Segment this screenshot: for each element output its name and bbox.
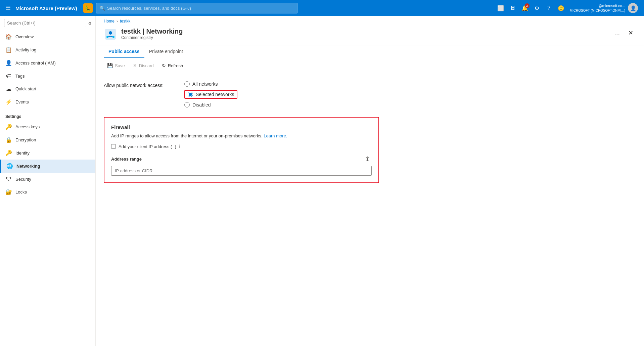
page-subtitle: Container registry [121,35,607,40]
breadcrumb-separator: › [117,19,118,24]
encryption-icon: 🔒 [5,137,12,143]
more-options-btn[interactable]: ... [611,28,623,38]
refresh-icon: ↻ [162,63,166,68]
radio-all-networks-input[interactable] [184,81,190,87]
close-btn[interactable]: ✕ [625,28,636,38]
tags-icon: 🏷 [5,73,12,79]
selected-networks-box: Selected networks [184,90,237,99]
page-header-actions: ... ✕ [611,28,636,38]
identity-icon: 🔑 [5,150,12,156]
user-text: @microsoft.co... MICROSOFT (MICROSOFT.ON… [570,3,625,12]
networking-icon: 🌐 [6,163,13,169]
access-control-icon: 👤 [5,60,12,66]
sidebar-item-access-control[interactable]: 👤 Access control (IAM) [0,56,95,70]
resource-icon [104,28,117,41]
page-header-text: testkk | Networking Container registry [121,28,607,40]
search-bar[interactable]: 🔍 [96,3,297,13]
top-nav: ☰ Microsoft Azure (Preview) 🐛 🔍 ⬜ 🖥 🔔 2 … [0,0,644,16]
client-ip-checkbox[interactable] [111,144,116,149]
tab-public-access[interactable]: Public access [104,45,144,58]
tab-bar: Public access Private endpoint [96,45,644,58]
main-layout: « 🏠 Overview 📋 Activity log 👤 Access con… [0,16,644,346]
sidebar-item-tags[interactable]: 🏷 Tags [0,70,95,82]
encryption-label: Encryption [15,137,36,142]
avatar[interactable]: 👤 [628,3,638,13]
overview-icon: 🏠 [5,34,12,40]
networking-label: Networking [16,164,40,169]
firewall-description: Add IP ranges to allow access from the i… [111,133,372,138]
main-content: Allow public network access: All network… [96,73,644,346]
cidr-input[interactable] [111,166,372,176]
radio-all-networks-label: All networks [192,81,218,87]
radio-disabled[interactable]: Disabled [184,102,237,107]
radio-disabled-input[interactable] [184,102,190,107]
tags-label: Tags [15,74,25,79]
save-label: Save [115,63,125,68]
settings-section-header: Settings [0,110,95,120]
refresh-button[interactable]: ↻ Refresh [158,61,187,70]
page-title: testkk | Networking [121,28,607,35]
discard-icon: ✕ [133,63,137,68]
user-tenant: MICROSOFT (MICROSOFT.ONMI...) [570,8,625,13]
user-email: @microsoft.co... [570,3,625,8]
network-access-row: Allow public network access: All network… [104,81,636,107]
radio-all-networks[interactable]: All networks [184,81,237,87]
bug-icon[interactable]: 🐛 [83,3,93,13]
sidebar-item-security[interactable]: 🛡 Security [0,173,95,185]
sidebar-search-input[interactable] [4,19,86,27]
user-info[interactable]: @microsoft.co... MICROSOFT (MICROSOFT.ON… [568,3,640,13]
overview-label: Overview [15,34,34,39]
collapse-sidebar-btn[interactable]: « [88,20,91,26]
sidebar-item-events[interactable]: ⚡ Events [0,95,95,109]
address-range-header: Address range 🗑 [111,155,372,163]
breadcrumb: Home › testkk [96,16,644,26]
radio-selected-networks-input[interactable] [188,92,193,97]
address-range-label: Address range [111,157,142,162]
client-ip-row: Add your client IP address ( ) ℹ [111,144,372,149]
security-label: Security [15,177,31,182]
toolbar: 💾 Save ✕ Discard ↻ Refresh [96,58,644,73]
sidebar-item-locks[interactable]: 🔐 Locks [0,185,95,199]
tab-private-endpoint[interactable]: Private endpoint [144,45,188,58]
info-icon[interactable]: ℹ [179,144,181,149]
svg-point-2 [106,36,108,38]
quick-start-label: Quick start [15,86,36,91]
sidebar-item-networking[interactable]: 🌐 Networking [0,160,95,173]
radio-disabled-label: Disabled [192,102,211,107]
portal-icon-btn[interactable]: ⬜ [495,3,506,13]
hamburger-icon[interactable]: ☰ [4,3,12,13]
discard-label: Discard [139,63,154,68]
brand-name: Microsoft Azure (Preview) [15,5,77,11]
search-input[interactable] [107,6,294,11]
locks-icon: 🔐 [5,189,12,195]
access-keys-label: Access keys [15,124,40,129]
sidebar: « 🏠 Overview 📋 Activity log 👤 Access con… [0,16,96,346]
sidebar-item-identity[interactable]: 🔑 Identity [0,146,95,160]
sidebar-item-overview[interactable]: 🏠 Overview [0,30,95,43]
breadcrumb-resource[interactable]: testkk [120,19,130,24]
feedback-btn[interactable]: 🙂 [556,3,566,13]
discard-button[interactable]: ✕ Discard [130,61,157,70]
page-header: testkk | Networking Container registry .… [96,26,644,45]
notification-badge: 2 [525,3,530,8]
identity-label: Identity [15,150,30,156]
cloud-shell-btn[interactable]: 🖥 [507,3,518,13]
learn-more-link[interactable]: Learn more. [264,133,287,138]
network-access-label: Allow public network access: [104,81,171,88]
refresh-label: Refresh [168,63,183,68]
firewall-title: Firewall [111,124,372,130]
activity-log-label: Activity log [15,47,36,52]
settings-btn[interactable]: ⚙ [532,3,542,13]
sidebar-item-activity-log[interactable]: 📋 Activity log [0,43,95,56]
sidebar-item-encryption[interactable]: 🔒 Encryption [0,133,95,146]
delete-btn[interactable]: 🗑 [364,155,372,163]
save-button[interactable]: 💾 Save [104,61,128,70]
notification-btn[interactable]: 🔔 2 [519,3,530,13]
breadcrumb-home[interactable]: Home [104,19,114,24]
radio-selected-networks[interactable]: Selected networks [184,90,237,99]
sidebar-item-access-keys[interactable]: 🔑 Access keys [0,120,95,133]
help-btn[interactable]: ? [544,3,554,13]
events-icon: ⚡ [5,99,12,105]
sidebar-item-quick-start[interactable]: ☁ Quick start [0,82,95,95]
security-icon: 🛡 [5,176,12,182]
